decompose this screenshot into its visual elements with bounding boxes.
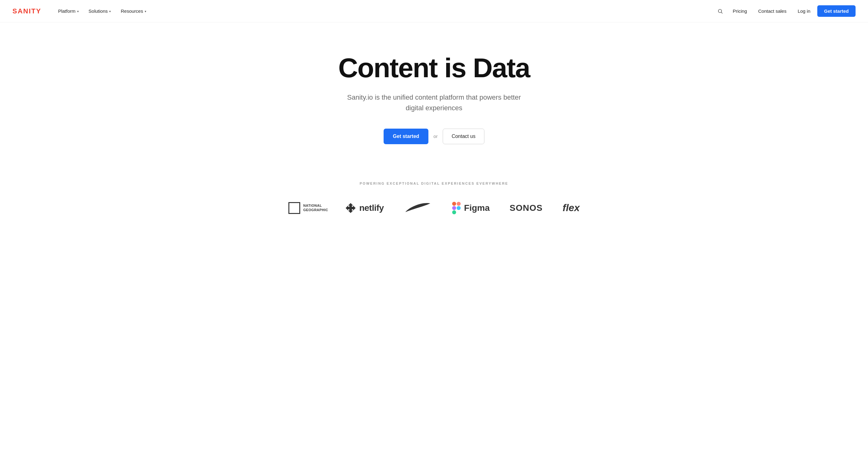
logos-row: NATIONALGEOGRAPHIC netlify	[288, 200, 580, 216]
nav-link-contact-sales[interactable]: Contact sales	[754, 6, 791, 16]
nav-label-resources: Resources	[121, 8, 143, 14]
navbar: SANITY Platform ▾ Solutions ▾ Resources …	[0, 0, 868, 22]
logos-section: POWERING EXCEPTIONAL DIGITAL EXPERIENCES…	[0, 169, 868, 234]
svg-rect-7	[457, 202, 461, 206]
logo-netlify: netlify	[345, 202, 384, 214]
nike-swoosh-icon	[404, 200, 432, 216]
svg-rect-8	[452, 206, 456, 210]
logo-sonos: SONOS	[509, 203, 542, 213]
hero-title: Content is Data	[338, 54, 529, 82]
logo-figma: Figma	[452, 202, 490, 214]
nav-item-platform[interactable]: Platform ▾	[54, 6, 83, 16]
nav-item-resources[interactable]: Resources ▾	[116, 6, 151, 16]
netlify-text: netlify	[359, 203, 384, 213]
logo-flex: flex	[562, 202, 580, 214]
search-button[interactable]	[715, 6, 726, 17]
natgeo-border-icon	[288, 202, 300, 214]
logo-national-geographic: NATIONALGEOGRAPHIC	[288, 202, 325, 214]
hero-subtitle: Sanity.io is the unified content platfor…	[344, 92, 524, 113]
figma-text: Figma	[464, 203, 490, 213]
hero-section: Content is Data Sanity.io is the unified…	[0, 22, 868, 169]
get-started-hero-button[interactable]: Get started	[383, 128, 428, 144]
nav-item-solutions[interactable]: Solutions ▾	[84, 6, 116, 16]
or-separator: or	[433, 134, 437, 139]
svg-line-1	[721, 12, 722, 13]
sonos-text: SONOS	[509, 203, 542, 213]
svg-rect-6	[452, 202, 456, 206]
figma-icon	[452, 202, 461, 214]
contact-us-button[interactable]: Contact us	[443, 128, 485, 144]
chevron-down-icon: ▾	[145, 10, 146, 13]
brand-logo[interactable]: SANITY	[12, 7, 41, 15]
logos-tagline: POWERING EXCEPTIONAL DIGITAL EXPERIENCES…	[360, 181, 508, 185]
nav-label-solutions: Solutions	[89, 8, 108, 14]
svg-rect-10	[452, 210, 456, 214]
hero-buttons: Get started or Contact us	[383, 128, 485, 144]
nav-label-platform: Platform	[58, 8, 75, 14]
get-started-nav-button[interactable]: Get started	[817, 5, 856, 17]
search-icon	[717, 8, 723, 14]
chevron-down-icon: ▾	[77, 10, 79, 13]
nav-right-items: Pricing Contact sales Log in Get started	[715, 5, 856, 17]
flex-text: flex	[562, 202, 580, 214]
chevron-down-icon: ▾	[109, 10, 111, 13]
logo-nike	[404, 200, 432, 216]
nav-left-items: Platform ▾ Solutions ▾ Resources ▾	[54, 6, 715, 16]
nav-link-login[interactable]: Log in	[793, 6, 815, 16]
svg-rect-9	[457, 206, 461, 210]
nav-link-pricing[interactable]: Pricing	[728, 6, 751, 16]
netlify-icon	[345, 202, 356, 214]
natgeo-text: NATIONALGEOGRAPHIC	[303, 204, 325, 212]
